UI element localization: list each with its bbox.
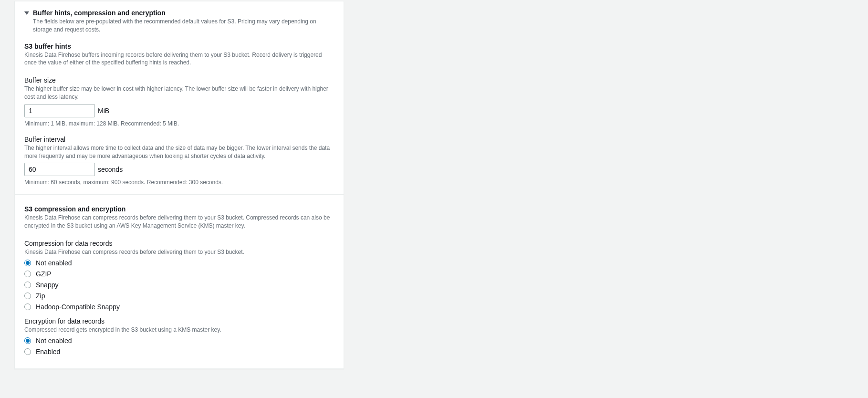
encryption-hint: Compressed record gets encrypted in the … (24, 326, 334, 334)
buffer-size-label: Buffer size (24, 76, 334, 84)
radio-icon (24, 271, 31, 277)
compression-option[interactable]: Zip (24, 292, 334, 300)
encryption-block: Encryption for data records Compressed r… (24, 317, 334, 356)
compression-option[interactable]: Not enabled (24, 259, 334, 267)
svg-marker-0 (24, 11, 29, 15)
encryption-option-label: Enabled (36, 348, 60, 356)
buffer-interval-hint: The higher interval allows more time to … (24, 144, 334, 160)
radio-icon (24, 337, 31, 344)
section-divider (15, 194, 344, 195)
compression-option-label: Zip (36, 292, 45, 300)
buffer-interval-field: Buffer interval The higher interval allo… (24, 136, 334, 186)
compression-option-label: Not enabled (36, 259, 72, 267)
compression-radio-group: Not enabledGZIPSnappyZipHadoop-Compatibl… (24, 259, 334, 311)
encryption-label: Encryption for data records (24, 317, 334, 325)
comp-enc-desc: Kinesis Data Firehose can compress recor… (24, 214, 334, 230)
radio-icon (24, 260, 31, 266)
radio-icon (24, 293, 31, 299)
caret-down-icon (24, 11, 29, 16)
radio-icon (24, 304, 31, 310)
buffer-interval-input[interactable] (24, 163, 95, 176)
encryption-option[interactable]: Enabled (24, 348, 334, 356)
buffer-size-field: Buffer size The higher buffer size may b… (24, 76, 334, 127)
radio-icon (24, 348, 31, 355)
compression-label: Compression for data records (24, 240, 334, 247)
buffer-size-input[interactable] (24, 104, 95, 117)
buffer-size-unit: MiB (98, 107, 109, 115)
compression-option-label: Snappy (36, 281, 58, 289)
expandable-header[interactable]: Buffer hints, compression and encryption (24, 9, 334, 17)
panel-body: Buffer hints, compression and encryption… (15, 1, 344, 368)
buffer-interval-unit: seconds (98, 166, 123, 173)
encryption-option-label: Not enabled (36, 337, 72, 345)
buffer-size-constraint: Minimum: 1 MiB, maximum: 128 MiB. Recomm… (24, 120, 334, 127)
compression-option[interactable]: GZIP (24, 270, 334, 278)
compression-option[interactable]: Snappy (24, 281, 334, 289)
buffer-hints-desc: Kinesis Data Firehose buffers incoming r… (24, 51, 334, 67)
settings-panel: Buffer hints, compression and encryption… (14, 1, 344, 369)
encryption-option[interactable]: Not enabled (24, 337, 334, 345)
compression-option-label: Hadoop-Compatible Snappy (36, 303, 120, 311)
buffer-size-hint: The higher buffer size may be lower in c… (24, 85, 334, 101)
buffer-interval-constraint: Minimum: 60 seconds, maximum: 900 second… (24, 179, 334, 186)
radio-icon (24, 282, 31, 288)
compression-hint: Kinesis Data Firehose can compress recor… (24, 248, 334, 256)
comp-enc-title: S3 compression and encryption (24, 205, 334, 213)
encryption-radio-group: Not enabledEnabled (24, 337, 334, 356)
compression-block: Compression for data records Kinesis Dat… (24, 240, 334, 311)
buffer-hints-title: S3 buffer hints (24, 42, 334, 50)
compression-option-label: GZIP (36, 270, 52, 278)
compression-option[interactable]: Hadoop-Compatible Snappy (24, 303, 334, 311)
panel-description: The fields below are pre-populated with … (33, 18, 334, 34)
panel-title: Buffer hints, compression and encryption (33, 9, 166, 17)
buffer-interval-label: Buffer interval (24, 136, 334, 143)
